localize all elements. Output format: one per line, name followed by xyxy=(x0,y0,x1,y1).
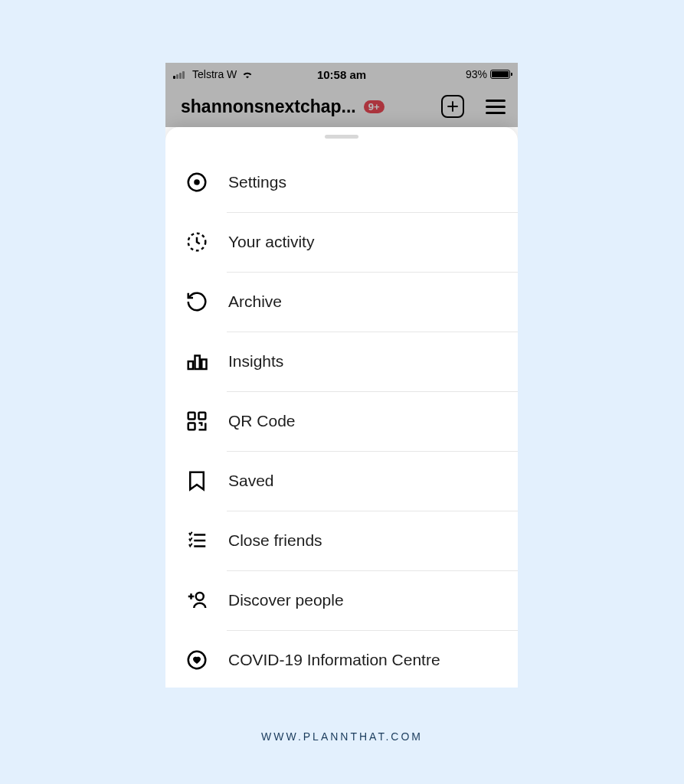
svg-rect-8 xyxy=(188,423,195,430)
svg-rect-7 xyxy=(199,413,206,420)
menu-label: Your activity xyxy=(228,233,314,251)
menu-label: Insights xyxy=(228,352,283,371)
menu-item-qrcode[interactable]: QR Code xyxy=(165,391,518,451)
insights-icon xyxy=(184,348,210,374)
menu-item-activity[interactable]: Your activity xyxy=(165,212,518,272)
svg-point-9 xyxy=(196,593,204,600)
plus-icon xyxy=(446,100,460,113)
archive-icon xyxy=(184,289,210,315)
menu-label: Close friends xyxy=(228,531,322,550)
closefriends-icon xyxy=(184,528,210,554)
qrcode-icon xyxy=(184,408,210,434)
svg-point-1 xyxy=(194,179,200,185)
bottom-sheet: Settings Your activity Archive Insights xyxy=(165,127,518,688)
menu-item-insights[interactable]: Insights xyxy=(165,332,518,391)
menu-item-settings[interactable]: Settings xyxy=(165,152,518,212)
covid-icon xyxy=(184,647,210,673)
username-label[interactable]: shannonsnextchap... xyxy=(181,96,356,117)
menu-button[interactable] xyxy=(486,100,506,114)
svg-rect-5 xyxy=(201,360,206,370)
menu-item-discover[interactable]: Discover people xyxy=(165,570,518,630)
settings-icon xyxy=(184,169,210,195)
svg-rect-4 xyxy=(195,356,200,370)
menu-item-covid[interactable]: COVID-19 Information Centre xyxy=(165,630,518,688)
signal-icon xyxy=(173,70,185,79)
battery-icon xyxy=(490,70,510,79)
menu-label: COVID-19 Information Centre xyxy=(228,651,440,669)
profile-header: shannonsnextchap... 9+ xyxy=(165,86,518,127)
menu-label: Saved xyxy=(228,472,274,490)
status-bar: Telstra W 10:58 am 93% xyxy=(165,63,518,86)
menu-list: Settings Your activity Archive Insights xyxy=(165,152,518,688)
menu-item-archive[interactable]: Archive xyxy=(165,272,518,332)
notification-badge: 9+ xyxy=(364,100,385,113)
clock-label: 10:58 am xyxy=(317,68,366,81)
sheet-grabber[interactable] xyxy=(325,135,358,139)
battery-percent: 93% xyxy=(466,68,487,80)
discover-icon xyxy=(184,587,210,613)
menu-label: Discover people xyxy=(228,591,344,609)
status-left: Telstra W xyxy=(173,68,254,80)
phone-frame: Telstra W 10:58 am 93% shannonsnextchap.… xyxy=(165,63,518,688)
menu-label: Settings xyxy=(228,173,286,191)
activity-icon xyxy=(184,229,210,255)
saved-icon xyxy=(184,468,210,494)
wifi-icon xyxy=(241,70,254,79)
carrier-label: Telstra W xyxy=(192,68,237,80)
menu-item-closefriends[interactable]: Close friends xyxy=(165,511,518,570)
menu-label: Archive xyxy=(228,292,282,311)
dimmed-background: Telstra W 10:58 am 93% shannonsnextchap.… xyxy=(165,63,518,127)
menu-label: QR Code xyxy=(228,412,296,430)
menu-item-saved[interactable]: Saved xyxy=(165,451,518,511)
svg-rect-3 xyxy=(188,361,193,369)
create-button[interactable] xyxy=(441,95,464,118)
status-right: 93% xyxy=(466,68,510,80)
svg-rect-6 xyxy=(188,413,195,420)
footer-attribution: WWW.PLANNTHAT.COM xyxy=(0,730,684,743)
